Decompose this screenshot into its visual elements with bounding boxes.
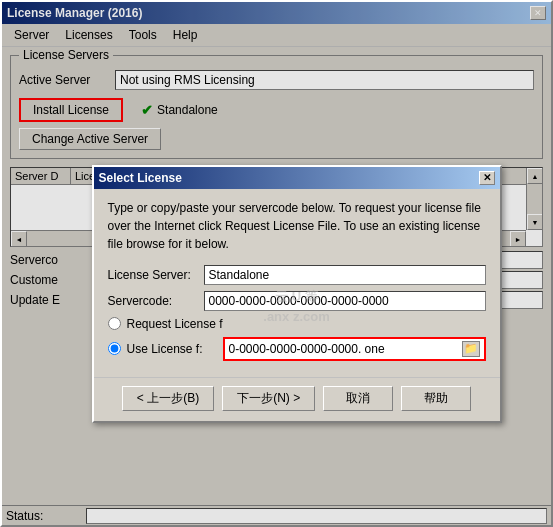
use-license-label: Use License f: [127,342,217,356]
servercode-label: Servercode: [108,294,198,308]
request-license-row: Request License f [108,317,486,331]
servercode-row: Servercode: 0000-0000-0000-0000-0000-000… [108,291,486,311]
request-license-radio[interactable] [108,317,121,330]
dialog-description: Type or copy/paste your servercode below… [108,199,486,253]
use-license-input-container: 0-0000-0000-0000-0000. one 📁 [223,337,486,361]
dialog-title-bar: Select License ✕ [94,167,500,189]
dialog-content: Type or copy/paste your servercode below… [94,189,500,377]
use-license-radio[interactable] [108,342,121,355]
dialog-overlay: Select License ✕ Type or copy/paste your… [2,2,551,525]
select-license-dialog: Select License ✕ Type or copy/paste your… [92,165,502,423]
dialog-title: Select License [99,171,182,185]
use-license-row: Use License f: 0-0000-0000-0000-0000. on… [108,337,486,361]
request-license-label: Request License f [127,317,223,331]
license-server-row: License Server: Standalone [108,265,486,285]
help-button[interactable]: 帮助 [401,386,471,411]
browse-folder-button[interactable]: 📁 [462,341,480,357]
dialog-close-button[interactable]: ✕ [479,171,495,185]
license-server-value: Standalone [204,265,486,285]
main-window: License Manager (2016) ✕ Server Licenses… [0,0,553,527]
license-server-label: License Server: [108,268,198,282]
dialog-buttons: < 上一步(B) 下一步(N) > 取消 帮助 [94,377,500,421]
servercode-value: 0000-0000-0000-0000-0000-0000 [204,291,486,311]
use-license-value[interactable]: 0-0000-0000-0000-0000. one [229,342,458,356]
folder-icon: 📁 [464,342,478,355]
back-button[interactable]: < 上一步(B) [122,386,214,411]
cancel-button[interactable]: 取消 [323,386,393,411]
next-button[interactable]: 下一步(N) > [222,386,315,411]
